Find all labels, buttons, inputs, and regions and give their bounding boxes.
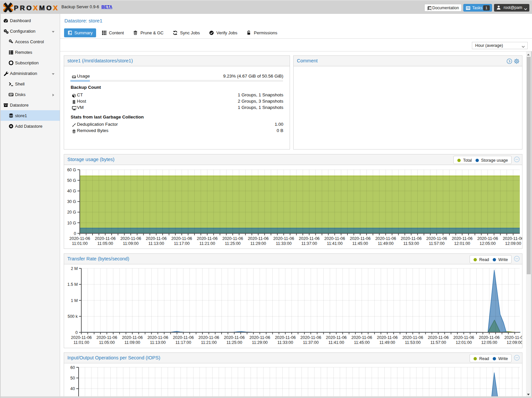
svg-text:2020-11-06: 2020-11-06: [504, 335, 522, 340]
svg-text:2020-11-06: 2020-11-06: [375, 236, 396, 241]
svg-text:11:21:00: 11:21:00: [199, 241, 215, 246]
svg-text:2020-11-06: 2020-11-06: [350, 236, 371, 241]
svg-text:40: 40: [70, 386, 75, 391]
svg-text:50: 50: [70, 376, 75, 381]
svg-text:2020-11-06: 2020-11-06: [222, 236, 243, 241]
svg-text:60 G: 60 G: [67, 168, 76, 172]
svg-text:11:53:00: 11:53:00: [403, 241, 419, 246]
svg-text:2020-11-06: 2020-11-06: [71, 335, 92, 340]
svg-text:11:13:00: 11:13:00: [148, 241, 164, 246]
svg-text:11:37:00: 11:37:00: [301, 241, 317, 246]
svg-text:12:09:00: 12:09:00: [507, 340, 522, 345]
svg-text:2020-11-06: 2020-11-06: [402, 335, 423, 340]
svg-text:2020-11-06: 2020-11-06: [146, 236, 167, 241]
svg-text:2020-11-06: 2020-11-06: [273, 236, 294, 241]
svg-text:11:09:00: 11:09:00: [124, 340, 140, 345]
svg-text:11:25:00: 11:25:00: [225, 241, 241, 246]
svg-text:50 G: 50 G: [67, 178, 76, 183]
svg-text:11:29:00: 11:29:00: [250, 241, 266, 246]
svg-text:2020-11-06: 2020-11-06: [249, 335, 270, 340]
svg-text:12:05:00: 12:05:00: [479, 241, 496, 246]
svg-text:2020-11-06: 2020-11-06: [477, 236, 498, 241]
svg-text:2020-11-06: 2020-11-06: [452, 236, 473, 241]
svg-text:1 M: 1 M: [71, 298, 78, 303]
svg-text:11:17:00: 11:17:00: [174, 241, 190, 246]
svg-text:1.5 M: 1.5 M: [67, 282, 78, 287]
svg-text:2020-11-06: 2020-11-06: [275, 335, 296, 340]
svg-text:2020-11-06: 2020-11-06: [428, 335, 449, 340]
svg-text:2020-11-06: 2020-11-06: [171, 236, 192, 241]
svg-text:2020-11-06: 2020-11-06: [173, 335, 194, 340]
svg-text:12:09:00: 12:09:00: [505, 241, 521, 246]
svg-text:0: 0: [74, 231, 76, 236]
svg-text:12:05:00: 12:05:00: [481, 340, 497, 345]
svg-text:11:57:00: 11:57:00: [430, 340, 446, 345]
svg-text:11:45:00: 11:45:00: [354, 340, 370, 345]
svg-text:2020-11-06: 2020-11-06: [479, 335, 500, 340]
svg-text:2020-11-06: 2020-11-06: [120, 236, 141, 241]
svg-text:2020-11-06: 2020-11-06: [503, 236, 522, 241]
svg-text:2020-11-06: 2020-11-06: [96, 335, 117, 340]
svg-text:PROXMOX: PROXMOX: [14, 4, 59, 12]
svg-text:2020-11-06: 2020-11-06: [299, 236, 320, 241]
svg-text:11:01:00: 11:01:00: [73, 340, 89, 345]
svg-text:11:57:00: 11:57:00: [429, 241, 444, 246]
svg-text:11:01:00: 11:01:00: [72, 241, 88, 246]
svg-text:11:25:00: 11:25:00: [227, 340, 242, 345]
svg-text:11:09:00: 11:09:00: [123, 241, 139, 246]
svg-text:2020-11-06: 2020-11-06: [351, 335, 372, 340]
svg-text:11:17:00: 11:17:00: [175, 340, 191, 345]
svg-text:11:33:00: 11:33:00: [277, 340, 293, 345]
svg-text:2 M: 2 M: [71, 266, 78, 271]
svg-text:60: 60: [70, 365, 75, 370]
svg-text:11:05:00: 11:05:00: [97, 241, 113, 246]
svg-text:500 k: 500 k: [68, 314, 78, 319]
svg-text:2020-11-06: 2020-11-06: [426, 236, 447, 241]
svg-text:2020-11-06: 2020-11-06: [147, 335, 168, 340]
svg-text:11:49:00: 11:49:00: [378, 241, 394, 246]
svg-text:11:41:00: 11:41:00: [328, 340, 344, 345]
svg-text:11:49:00: 11:49:00: [379, 340, 395, 345]
svg-text:11:45:00: 11:45:00: [352, 241, 368, 246]
svg-text:2020-11-06: 2020-11-06: [301, 335, 321, 340]
svg-text:11:53:00: 11:53:00: [405, 340, 421, 345]
svg-text:12:01:00: 12:01:00: [454, 241, 470, 246]
svg-text:20 G: 20 G: [67, 210, 76, 215]
svg-text:2020-11-06: 2020-11-06: [197, 236, 218, 241]
svg-text:2020-11-06: 2020-11-06: [377, 335, 398, 340]
svg-text:11:41:00: 11:41:00: [327, 241, 343, 246]
svg-text:11:21:00: 11:21:00: [201, 340, 217, 345]
svg-text:11:29:00: 11:29:00: [252, 340, 268, 345]
svg-text:11:33:00: 11:33:00: [276, 241, 292, 246]
svg-text:0: 0: [75, 330, 78, 335]
svg-text:2020-11-06: 2020-11-06: [453, 335, 474, 340]
svg-text:2020-11-06: 2020-11-06: [95, 236, 116, 241]
svg-text:12:01:00: 12:01:00: [456, 340, 472, 345]
svg-text:11:37:00: 11:37:00: [303, 340, 319, 345]
svg-text:2020-11-06: 2020-11-06: [248, 236, 268, 241]
svg-text:2020-11-06: 2020-11-06: [324, 236, 345, 241]
svg-text:2020-11-06: 2020-11-06: [401, 236, 422, 241]
svg-text:2020-11-06: 2020-11-06: [326, 335, 347, 340]
svg-text:2020-11-06: 2020-11-06: [69, 236, 90, 241]
svg-text:11:05:00: 11:05:00: [99, 340, 115, 345]
svg-text:10 G: 10 G: [67, 221, 76, 225]
svg-text:30 G: 30 G: [67, 199, 76, 204]
svg-text:40 G: 40 G: [67, 189, 76, 193]
svg-text:11:13:00: 11:13:00: [150, 340, 166, 345]
svg-text:2020-11-06: 2020-11-06: [224, 335, 245, 340]
svg-text:2020-11-06: 2020-11-06: [122, 335, 143, 340]
svg-text:2020-11-06: 2020-11-06: [198, 335, 219, 340]
